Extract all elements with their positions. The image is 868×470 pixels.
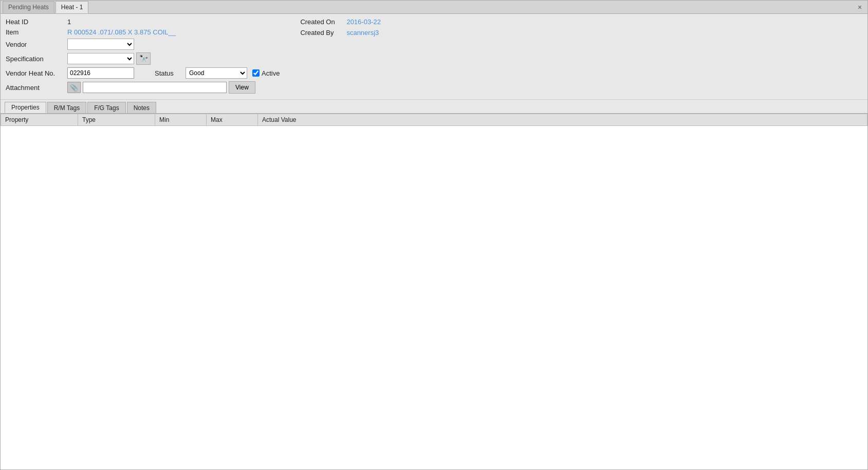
status-select[interactable]: Good Bad Pending	[186, 67, 247, 79]
binoculars-button[interactable]: 🔭	[136, 52, 151, 65]
created-on-label: Created On	[300, 18, 346, 26]
active-checkbox[interactable]	[252, 69, 260, 77]
active-checkbox-label: Active	[252, 69, 280, 77]
col-actual-value: Actual Value	[258, 114, 867, 126]
properties-table: Property Type Min Max Actual Value	[1, 114, 867, 126]
vendor-select[interactable]	[67, 39, 134, 50]
col-min: Min	[155, 114, 207, 126]
vendor-heat-no-row: Vendor Heat No. Status Good Bad Pending …	[6, 67, 280, 79]
specification-row: Specification 🔭	[6, 52, 280, 65]
top-tab-bar: Pending Heats Heat - 1 ×	[1, 1, 867, 14]
view-button[interactable]: View	[229, 81, 255, 94]
attachment-label: Attachment	[6, 84, 67, 92]
tab-pending-heats[interactable]: Pending Heats	[3, 1, 54, 13]
binoculars-icon: 🔭	[139, 55, 148, 63]
form-area: Heat ID 1 Item R 000524 .071/.085 X 3.87…	[1, 14, 867, 100]
item-label: Item	[6, 28, 67, 36]
right-fields: Created On 2016-03-22 Created By scanner…	[280, 18, 862, 40]
vendor-heat-no-input[interactable]	[67, 67, 134, 79]
close-button[interactable]: ×	[855, 3, 864, 12]
active-label: Active	[262, 69, 280, 77]
table-container: Property Type Min Max Actual Value	[1, 114, 867, 469]
attachment-row: Attachment 📎 View	[6, 81, 280, 94]
created-on-row: Created On 2016-03-22	[300, 18, 862, 26]
specification-label: Specification	[6, 55, 67, 63]
created-on-value[interactable]: 2016-03-22	[346, 18, 381, 26]
col-property: Property	[1, 114, 78, 126]
created-by-value[interactable]: scannersj3	[346, 29, 379, 37]
content-area: Properties R/M Tags F/G Tags Notes Prope…	[1, 100, 867, 469]
main-window: Pending Heats Heat - 1 × Heat ID 1 Item …	[0, 0, 868, 470]
tab-heat-1[interactable]: Heat - 1	[56, 1, 89, 13]
col-type: Type	[78, 114, 155, 126]
table-header-row: Property Type Min Max Actual Value	[1, 114, 867, 126]
vendor-label: Vendor	[6, 41, 67, 48]
tab-properties[interactable]: Properties	[5, 102, 46, 113]
created-by-label: Created By	[300, 29, 346, 37]
attachment-icon-button[interactable]: 📎	[67, 82, 81, 93]
vendor-heat-no-label: Vendor Heat No.	[6, 69, 67, 77]
item-row: Item R 000524 .071/.085 X 3.875 COIL__	[6, 28, 280, 36]
heat-id-value: 1	[67, 18, 71, 26]
header-section: Heat ID 1 Item R 000524 .071/.085 X 3.87…	[6, 18, 862, 96]
heat-id-row: Heat ID 1	[6, 18, 280, 26]
col-max: Max	[207, 114, 258, 126]
attachment-input[interactable]	[83, 82, 227, 93]
left-fields: Heat ID 1 Item R 000524 .071/.085 X 3.87…	[6, 18, 280, 96]
vendor-row: Vendor	[6, 39, 280, 50]
attach-icon: 📎	[70, 84, 78, 92]
tab-notes[interactable]: Notes	[127, 102, 156, 113]
item-value[interactable]: R 000524 .071/.085 X 3.875 COIL__	[67, 28, 176, 36]
created-by-row: Created By scannersj3	[300, 29, 862, 37]
heat-id-label: Heat ID	[6, 18, 67, 26]
specification-select[interactable]	[67, 53, 134, 64]
tab-fg-tags[interactable]: F/G Tags	[87, 102, 125, 113]
status-label: Status	[155, 69, 186, 77]
inner-tab-bar: Properties R/M Tags F/G Tags Notes	[1, 100, 867, 114]
tab-rm-tags[interactable]: R/M Tags	[47, 102, 86, 113]
